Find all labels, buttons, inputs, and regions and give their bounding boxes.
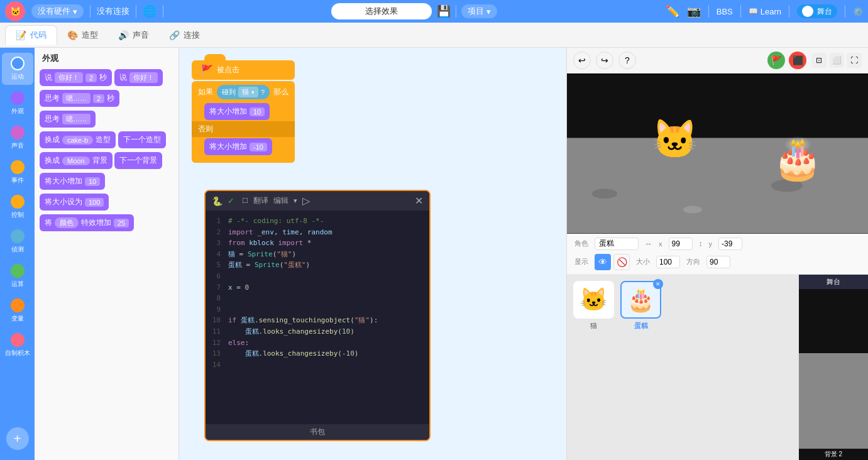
sprite-name-input[interactable] (595, 238, 639, 250)
python-editor: 🐍 ✓ ☐ 翻译 编辑 ▾ ▷ ✕ 1 2 3 4 5 (204, 190, 431, 441)
sprite-info-row: 角色 ↔ x ↕ y (574, 238, 860, 250)
python-translate-check: ☐ (242, 197, 248, 205)
stage-toggle[interactable]: 舞台 (797, 4, 837, 18)
connect-button[interactable]: 没有连接 (97, 6, 129, 17)
stage-right-controls: 🚩 ⬛ (767, 52, 806, 69)
project-button[interactable]: 项目 ▾ (461, 4, 497, 18)
tab-sound[interactable]: 🔊 声音 (108, 26, 159, 45)
x-label: x (659, 240, 662, 248)
hide-button[interactable]: 🚫 (613, 254, 630, 270)
block-switch-costume[interactable]: 换成 cake-b 造型 (40, 131, 116, 148)
stop-button[interactable]: ⬛ (789, 52, 806, 69)
green-flag-button[interactable]: 🚩 (767, 52, 785, 69)
sidebar-item-event[interactable]: 事件 (2, 156, 33, 189)
python-check-button[interactable]: ✓ (228, 196, 234, 205)
sprite-thumb-cake-img: 🎂 ✕ (620, 281, 661, 319)
block-switch-bg[interactable]: 换成 Moon 背景 (40, 152, 113, 169)
block-next-bg[interactable]: 下一个背景 (114, 152, 162, 169)
sprite-thumb-cake[interactable]: 🎂 ✕ 蛋糕 (620, 281, 661, 454)
else-label: 否则 (192, 121, 295, 137)
block-change-size-plus[interactable]: 将大小增加 10 (204, 103, 270, 120)
divider-r4 (845, 5, 845, 18)
camera-icon[interactable]: 📷 (687, 4, 701, 18)
sprite-delete-button[interactable]: ✕ (653, 279, 663, 289)
y-input[interactable] (718, 238, 742, 250)
python-editor-body: 1 2 3 4 5 6 7 8 9 10 11 12 13 14 (206, 211, 429, 424)
sprites-stage-row: 🐱 猫 🎂 ✕ 蛋糕 舞台 (567, 275, 868, 461)
block-next-costume[interactable]: 下一个造型 (118, 131, 166, 148)
globe-icon[interactable]: 🌐 (143, 4, 157, 18)
block-think-sec[interactable]: 思考 嗯…… 2 秒 (40, 90, 119, 107)
block-change-effect[interactable]: 将 颜色 特效增加 25 (40, 214, 134, 231)
python-edit-button[interactable]: 编辑 (273, 195, 288, 206)
line-numbers: 1 2 3 4 5 6 7 8 9 10 11 12 13 14 (206, 211, 223, 424)
sidebar-item-control[interactable]: 控制 (2, 191, 33, 223)
edit-icon[interactable]: ✏️ (666, 4, 679, 18)
block-say[interactable]: 说 你好！ (114, 69, 163, 86)
sensing-block-if[interactable]: 碰到 猫 ▾ ? (217, 85, 270, 99)
help-button[interactable]: ? (618, 52, 636, 69)
stage-fullscreen-button[interactable]: ⛶ (847, 53, 862, 68)
tab-connect[interactable]: 🔗 连接 (159, 26, 210, 45)
stage-canvas-area: 🐱 🎂 (567, 74, 868, 234)
size-label: 大小 (636, 257, 650, 266)
redo-button[interactable]: ↪ (596, 52, 613, 69)
python-close-button[interactable]: ✕ (415, 195, 423, 207)
block-say-sec[interactable]: 说 你好！ 2 秒 (40, 69, 112, 86)
sidebar-item-motion[interactable]: 运动 (2, 53, 33, 85)
stage-size-controls: ⊡ ⬜ ⛶ (811, 53, 862, 68)
sidebar-item-operator[interactable]: 运算 (2, 260, 33, 292)
undo-button[interactable]: ↩ (573, 52, 591, 69)
code-line-2: import _env, time, random (228, 227, 424, 238)
sidebar-item-sound[interactable]: 声音 (2, 122, 33, 154)
sidebar-item-variable[interactable]: 变量 (2, 295, 33, 327)
stage-mini-panel: 舞台 背景 2 (799, 275, 868, 461)
svg-rect-0 (567, 74, 868, 138)
settings-icon[interactable]: ⚙️ (853, 7, 863, 16)
hardware-button[interactable]: 没有硬件 ▾ (31, 4, 84, 18)
block-change-size-minus[interactable]: 将大小增加 -10 (204, 138, 272, 155)
sprite-thumb-cat-label: 猫 (590, 321, 597, 331)
x-input[interactable] (669, 238, 693, 250)
code-content[interactable]: # -*- coding: utf-8 -*- import _env, tim… (223, 211, 429, 424)
show-button[interactable]: 👁 (595, 254, 611, 270)
code-line-3: from kblock import * (228, 238, 424, 249)
save-icon[interactable]: 💾 (437, 4, 451, 18)
stage-normal-button[interactable]: ⬜ (829, 53, 844, 68)
sidebar-item-looks[interactable]: 外观 (2, 87, 33, 119)
effect-select[interactable]: 选择效果 (331, 3, 432, 19)
divider-center (456, 5, 456, 18)
block-change-size[interactable]: 将大小增加 10 (40, 173, 105, 190)
tab-code[interactable]: 📝 代码 (5, 25, 57, 45)
divider-1 (90, 5, 91, 18)
sprite-info-bar: 角色 ↔ x ↕ y 显示 👁 🚫 大小 方向 (567, 234, 868, 275)
divider-3 (163, 5, 163, 18)
show-label: 显示 (574, 257, 588, 266)
sprite-thumb-cat[interactable]: 🐱 猫 (573, 281, 614, 454)
divider-r1 (708, 5, 709, 18)
y-label: y (709, 240, 713, 248)
python-translate-button[interactable]: 翻译 (253, 195, 268, 206)
center-controls: 选择效果 💾 项目 ▾ (170, 3, 659, 19)
sidebar-item-sensing[interactable]: 侦测 (2, 226, 33, 258)
right-panel: ↩ ↪ ? 🚩 ⬛ ⊡ ⬜ ⛶ (566, 48, 868, 460)
hat-block[interactable]: 🚩 被点击 (192, 60, 295, 80)
svg-point-3 (683, 205, 702, 213)
stage-mini-label: 舞台 (799, 275, 868, 289)
sidebar-bottom: + (6, 427, 29, 460)
block-think[interactable]: 思考 嗯…… (40, 111, 96, 128)
sidebar-item-custom[interactable]: 自制积木 (2, 329, 33, 361)
stage-mini-thumb[interactable] (799, 289, 868, 449)
sprites-list: 🐱 猫 🎂 ✕ 蛋糕 (567, 275, 799, 461)
logo: 🐱 (5, 1, 25, 21)
add-extension-button[interactable]: + (6, 427, 29, 450)
stage-small-button[interactable]: ⊡ (811, 53, 827, 68)
tab-costume[interactable]: 🎨 造型 (57, 26, 108, 45)
bbs-button[interactable]: BBS (717, 7, 733, 16)
block-set-size[interactable]: 将大小设为 100 (40, 194, 109, 211)
direction-input[interactable] (706, 256, 730, 268)
learn-button[interactable]: 📖 Learn (749, 7, 781, 16)
python-run-button[interactable]: ▷ (302, 195, 310, 207)
size-input[interactable] (656, 256, 680, 268)
code-line-14 (228, 359, 424, 371)
